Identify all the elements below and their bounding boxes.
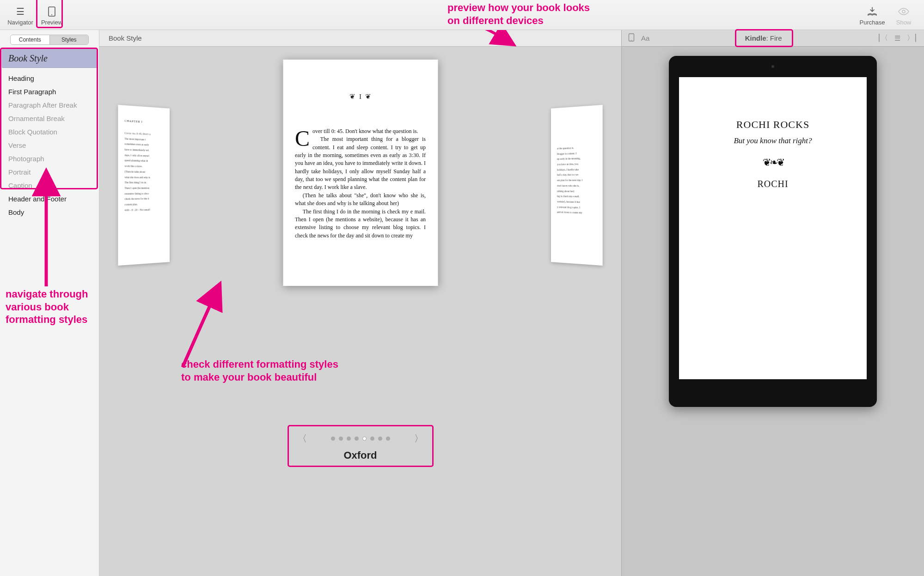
first-page-icon[interactable]: ⎮〈 [877,34,888,42]
device-body: ROCHI ROCKS But you know that right? ❦❧❦… [622,47,924,576]
book-title: ROCHI ROCKS [736,119,809,131]
navigator-button[interactable]: ☰ Navigator [5,4,36,26]
download-icon [857,6,888,17]
dropcap: C [295,127,312,148]
tablet-frame: ROCHI ROCKS But you know that right? ❦❧❦… [669,56,877,407]
sidebar-segment: Contents Styles [10,35,89,45]
segment-contents[interactable]: Contents [11,35,49,44]
text-size-icon[interactable]: Aa [641,34,649,42]
center-header-label: Book Style [109,34,142,42]
book-subtitle: But you know that right? [734,136,812,146]
center-header: Book Style [99,30,621,47]
menu-icon: ☰ [5,6,36,17]
center-panel: Book Style CHAPTER I Cover till 0: 45. D… [99,30,621,576]
book-author: ROCHI [757,179,788,189]
purchase-button[interactable]: Purchase [857,4,888,26]
tablet-screen[interactable]: ROCHI ROCKS But you know that right? ❦❧❦… [679,77,867,379]
device-selector[interactable]: Kindle: Fire [740,32,788,44]
annotation-box-selector [288,425,434,467]
carousel-current-page: I Cover till 0: 45. Don't know what the … [283,60,438,286]
purchase-label: Purchase [857,19,888,26]
sidebar: Contents Styles Book Style Heading First… [0,30,99,576]
last-page-icon[interactable]: 〉⎮ [907,34,918,42]
main-area: Contents Styles Book Style Heading First… [0,30,924,576]
navigator-label: Navigator [5,19,36,26]
page-para-2: The most important thing for a blogger i… [295,135,426,192]
annotation-box-sidebar [0,48,98,189]
annotation-box-preview [36,0,63,28]
style-header-footer[interactable]: Header and Footer [0,192,99,206]
svg-point-4 [631,40,632,41]
chapter-number: I [295,92,426,102]
page-para-3: (Then he talks about "she", don't know w… [295,192,426,208]
left-chapter-label: CHAPTER I [125,120,164,125]
annotation-box-device [735,29,793,47]
style-carousel: CHAPTER I Cover till 0: 45. Don't k The … [99,47,621,576]
style-selector: 〈 〉 Oxford [289,427,432,465]
top-toolbar: ☰ Navigator Preview Purchase Show [0,0,924,30]
page-para-4: The first thing I do in the morning is c… [295,208,426,240]
show-label: Show [888,19,919,26]
style-body[interactable]: Body [0,206,99,219]
device-icon[interactable] [628,33,635,43]
carousel-prev-page[interactable]: CHAPTER I Cover till 0: 45. Don't k The … [118,105,170,266]
device-header: Aa Kindle: Fire ⎮〈 ☰ 〉⎮ [622,30,924,47]
svg-point-2 [902,10,905,13]
segment-styles[interactable]: Styles [49,35,89,44]
show-button[interactable]: Show [888,4,919,26]
page-para-1: Cover till 0: 45. Don't know what the qu… [295,127,426,135]
carousel-next-page[interactable]: at the question is. blogger is content. … [551,105,603,266]
device-preview-panel: Aa Kindle: Fire ⎮〈 ☰ 〉⎮ ROCHI ROCKS But … [621,30,924,576]
ornament-icon: ❦❧❦ [763,157,783,169]
toc-icon[interactable]: ☰ [894,34,900,42]
styles-panel: Book Style Heading First Paragraph Parag… [0,48,99,576]
eye-icon [888,6,919,17]
